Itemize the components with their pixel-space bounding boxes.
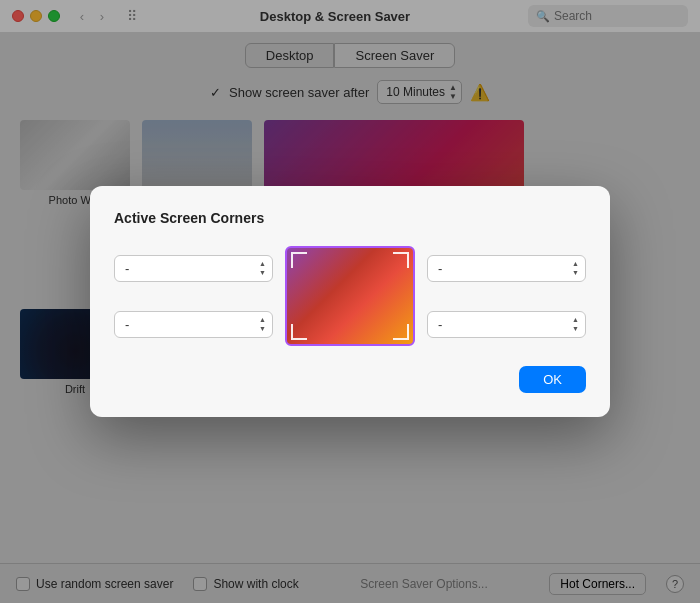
corner-bottom-right-stepper[interactable]: ▲ ▼: [572, 316, 579, 333]
up-arrow-icon[interactable]: ▲: [572, 260, 579, 268]
screen-saver-preview-modal: [285, 246, 415, 346]
up-arrow-icon[interactable]: ▲: [572, 316, 579, 324]
corner-bottom-left-select[interactable]: - ▲ ▼: [114, 311, 273, 338]
modal-title: Active Screen Corners: [114, 210, 586, 226]
down-arrow-icon[interactable]: ▼: [259, 269, 266, 277]
corner-top-right-stepper[interactable]: ▲ ▼: [572, 260, 579, 277]
active-screen-corners-modal: Active Screen Corners - ▲ ▼ -: [90, 186, 610, 417]
corner-bottom-right-value: -: [438, 317, 572, 332]
up-arrow-icon[interactable]: ▲: [259, 260, 266, 268]
ok-button[interactable]: OK: [519, 366, 586, 393]
corner-bottom-left-stepper[interactable]: ▲ ▼: [259, 316, 266, 333]
modal-footer: OK: [114, 366, 586, 393]
corner-top-right-select[interactable]: - ▲ ▼: [427, 255, 586, 282]
preview-corner-br: [393, 324, 409, 340]
corners-grid: - ▲ ▼ - ▲ ▼: [114, 246, 586, 346]
corner-top-right-value: -: [438, 261, 572, 276]
preview-corner-tr: [393, 252, 409, 268]
preview-corner-bl: [291, 324, 307, 340]
up-arrow-icon[interactable]: ▲: [259, 316, 266, 324]
corner-top-left-select[interactable]: - ▲ ▼: [114, 255, 273, 282]
down-arrow-icon[interactable]: ▼: [572, 269, 579, 277]
modal-overlay: Active Screen Corners - ▲ ▼ -: [0, 0, 700, 603]
down-arrow-icon[interactable]: ▼: [572, 325, 579, 333]
down-arrow-icon[interactable]: ▼: [259, 325, 266, 333]
corner-top-left-stepper[interactable]: ▲ ▼: [259, 260, 266, 277]
corner-bottom-left-value: -: [125, 317, 259, 332]
corner-top-left-value: -: [125, 261, 259, 276]
preview-corner-tl: [291, 252, 307, 268]
corner-bottom-right-select[interactable]: - ▲ ▼: [427, 311, 586, 338]
